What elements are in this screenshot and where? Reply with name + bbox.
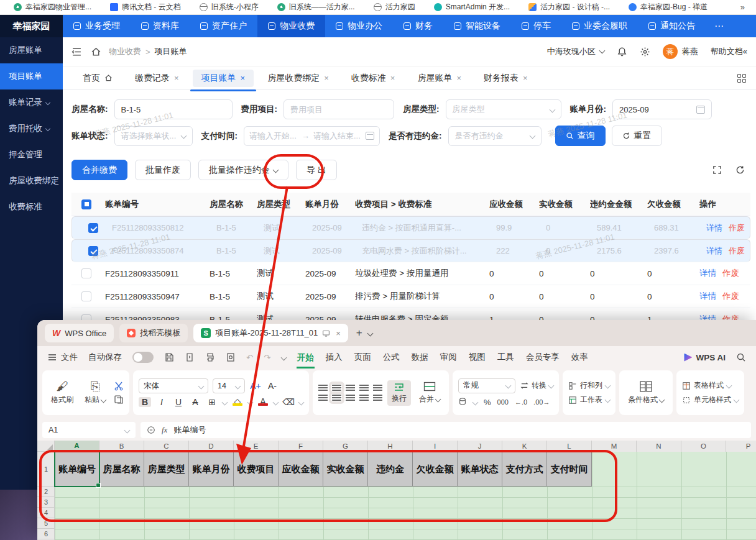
search-button[interactable]: 查询 <box>555 126 606 146</box>
nav-item-devices[interactable]: 智能设备 <box>443 15 511 37</box>
column-header[interactable]: N <box>637 441 681 452</box>
browser-tab[interactable]: 幸福家园-Bug - 禅道 <box>629 2 708 12</box>
nav-item-notices[interactable]: 通知公告 <box>638 15 706 37</box>
browser-tab[interactable]: 腾讯文档 - 云文档 <box>110 2 181 12</box>
tab-fee-standards[interactable]: 收费标准× <box>343 70 404 87</box>
sidebar-item-project-bills[interactable]: 项目账单 <box>0 63 63 89</box>
align-left-icon[interactable] <box>318 395 328 401</box>
align-top-icon[interactable] <box>318 385 328 391</box>
wps-tab-page[interactable]: 页面 <box>354 350 372 364</box>
fee-item-input[interactable] <box>284 99 394 119</box>
gear-icon[interactable] <box>640 47 650 57</box>
row-checkbox[interactable] <box>88 223 98 233</box>
column-header[interactable]: J <box>458 441 502 452</box>
table-row[interactable]: F251128093350812 B-1-5 测试 2025-09 违约金 > … <box>71 216 750 239</box>
pay-time-end-input[interactable] <box>313 131 362 140</box>
align-middle-icon[interactable] <box>332 385 341 391</box>
sheet-header-cell[interactable]: 房屋名称 <box>99 452 144 487</box>
column-header[interactable]: C <box>144 441 189 452</box>
void-link[interactable]: 作废 <box>722 268 739 278</box>
reset-button[interactable]: 重置 <box>612 126 662 146</box>
select-all-checkbox[interactable] <box>81 199 91 209</box>
formula-input[interactable]: fx 账单编号 <box>141 422 751 438</box>
sheet-header-cell[interactable]: 支付方式 <box>502 452 547 487</box>
row-header[interactable]: 1 <box>37 452 55 487</box>
house-name-input[interactable] <box>114 99 233 119</box>
column-header[interactable]: O <box>681 441 726 452</box>
void-link[interactable]: 作废 <box>729 246 745 255</box>
export-button[interactable]: 导 出 <box>296 160 337 180</box>
close-icon[interactable]: × <box>241 73 246 83</box>
wps-tab-efficiency[interactable]: 效率 <box>571 350 589 364</box>
row-header[interactable]: 2 <box>37 487 55 497</box>
column-header[interactable]: H <box>368 441 413 452</box>
zoom-out-icon[interactable] <box>147 426 155 434</box>
row-header[interactable]: 3 <box>37 497 55 508</box>
nav-item-property-fees[interactable]: 物业收费 <box>257 15 325 37</box>
pay-time-start-input[interactable] <box>249 131 298 140</box>
eraser-button[interactable]: ⌫ <box>282 397 295 407</box>
output-icon[interactable] <box>185 352 195 362</box>
wps-tab-member[interactable]: 会员专享 <box>525 350 560 364</box>
tab-project-bills[interactable]: 项目账单× <box>193 70 254 87</box>
wps-ai-button[interactable]: WPS AI <box>684 353 726 362</box>
batch-void-button[interactable]: 批量作废 <box>135 160 191 180</box>
new-tab-button[interactable]: + <box>356 327 362 339</box>
sheet-header-cell[interactable]: 违约金 <box>368 452 413 487</box>
sidebar-item-fee-standards[interactable]: 收费标准 <box>0 194 63 220</box>
nav-item-business[interactable]: 业务受理 <box>63 15 131 37</box>
autosave-toggle[interactable] <box>132 352 154 363</box>
select-all-corner[interactable] <box>37 441 55 452</box>
browser-tab[interactable]: SmartAdmin 开发... <box>434 2 510 12</box>
row-checkbox[interactable] <box>81 268 91 278</box>
detail-link[interactable]: 详情 <box>706 223 722 232</box>
tab-home[interactable]: 首页 <box>74 70 121 87</box>
tab-overflow-button[interactable]: » <box>740 2 745 12</box>
sidebar-item-fee-binding[interactable]: 房屋收费绑定 <box>0 168 63 194</box>
row-header[interactable]: 6 <box>37 529 55 539</box>
table-row[interactable]: F251128093350947 B-1-5 测试 2025-09 排污费 > … <box>71 285 750 308</box>
detail-link[interactable]: 详情 <box>699 291 716 301</box>
table-row[interactable]: F251128093350911 B-1-5 测试 2025-09 垃圾处理费 … <box>71 262 750 285</box>
chevron-down-icon[interactable] <box>280 354 287 360</box>
house-type-select[interactable]: 房屋类型 <box>446 99 561 119</box>
close-icon[interactable]: × <box>336 329 341 338</box>
row-checkbox[interactable] <box>88 246 98 256</box>
sheet-cells-area[interactable] <box>55 487 756 540</box>
browser-tab[interactable]: 旧系统——活力家... <box>277 2 355 12</box>
sheet-header-cell[interactable]: 欠收金额 <box>413 452 458 487</box>
format-painter-button[interactable]: 🖌︎格式刷 <box>48 380 76 406</box>
cut-icon[interactable] <box>114 381 124 391</box>
sheet-header-cell[interactable]: 应收金额 <box>279 452 323 487</box>
convert-button[interactable]: 转换 <box>520 380 553 391</box>
wps-document-tab[interactable]: S 项目账单-2025-11-28T11_01 × <box>193 324 348 342</box>
row-checkbox[interactable] <box>81 291 91 301</box>
tab-fee-binding[interactable]: 房屋收费绑定× <box>259 70 338 87</box>
sheet-row1-right-area[interactable] <box>592 452 756 487</box>
tab-payment-records[interactable]: 缴费记录× <box>126 70 188 87</box>
sidebar-item-fee-collection[interactable]: 费用托收 <box>0 116 63 142</box>
worksheet-button[interactable]: 工作表 <box>568 395 610 405</box>
wps-tab-home[interactable]: 开始 <box>297 351 315 368</box>
tab-finance-report[interactable]: 财务报表× <box>475 70 537 87</box>
wps-templates-tab[interactable]: 找稻壳模板 <box>119 324 188 342</box>
wrap-text-button[interactable]: 换行 <box>387 380 411 406</box>
detail-link[interactable]: 详情 <box>706 246 722 255</box>
refresh-icon[interactable] <box>735 165 745 175</box>
close-icon[interactable]: × <box>324 73 329 83</box>
search-icon[interactable] <box>736 352 746 362</box>
column-header[interactable]: E <box>234 441 279 452</box>
fullscreen-icon[interactable] <box>712 165 722 175</box>
bill-status-select[interactable]: 请选择账单状... <box>114 126 193 146</box>
align-right-icon[interactable] <box>346 395 355 401</box>
void-link[interactable]: 作废 <box>729 223 745 232</box>
bell-icon[interactable] <box>617 47 627 57</box>
browser-tab[interactable]: 旧系统-小程序 <box>200 2 259 12</box>
cell-name-box[interactable]: A1 <box>42 422 136 438</box>
sidebar-item-deposit[interactable]: 押金管理 <box>0 142 63 168</box>
spreadsheet-grid[interactable]: A B C D E F G H I J K L M N O P 1 2 3 4 … <box>37 441 756 540</box>
nav-item-parking[interactable]: 停车 <box>511 15 561 37</box>
column-header[interactable]: L <box>547 441 592 452</box>
copy-icon[interactable] <box>114 395 124 405</box>
number-format-select[interactable]: 常规 <box>458 378 515 393</box>
